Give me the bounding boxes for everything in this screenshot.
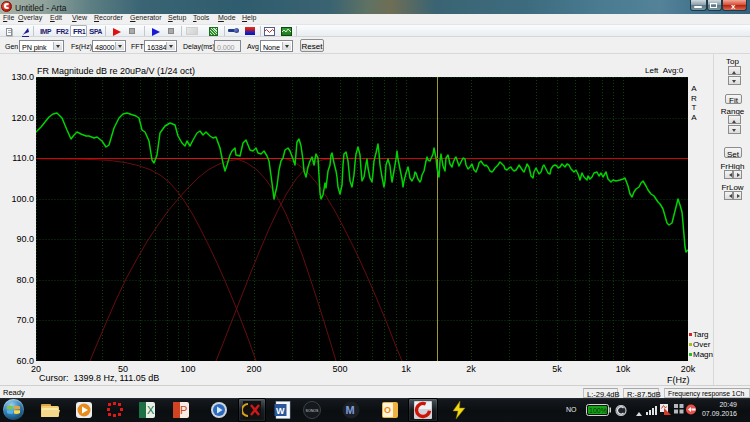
svg-text:100%: 100% [589,407,607,414]
svg-text:P: P [180,404,187,416]
svg-text:X: X [147,404,155,416]
svg-text:O: O [384,405,391,415]
svg-text:M: M [346,404,355,416]
svg-text:W: W [276,406,285,416]
svg-text:SONOS: SONOS [306,409,320,413]
